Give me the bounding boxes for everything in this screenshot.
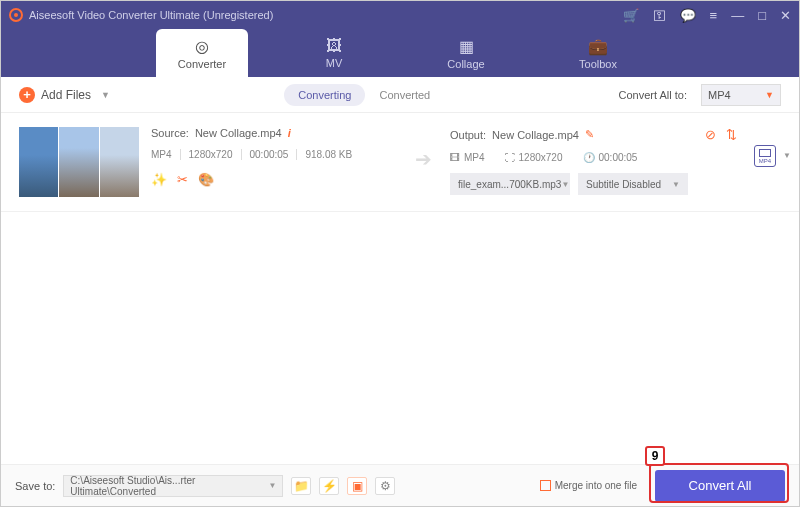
open-folder-icon[interactable]: 📁 bbox=[291, 477, 311, 495]
collage-icon: ▦ bbox=[459, 37, 474, 56]
edit-icon[interactable]: ✎ bbox=[585, 128, 594, 141]
chevron-down-icon: ▼ bbox=[561, 180, 569, 189]
toolbox-icon: 💼 bbox=[588, 37, 608, 56]
minimize-icon[interactable]: — bbox=[731, 8, 744, 23]
plus-icon: + bbox=[19, 87, 35, 103]
lightning-off-icon[interactable]: ⚡ bbox=[319, 477, 339, 495]
format-value: MP4 bbox=[708, 89, 731, 101]
film-icon: 🎞 bbox=[450, 152, 460, 163]
footer: Save to: C:\Aiseesoft Studio\Ais...rter … bbox=[1, 464, 799, 506]
output-label: Output: bbox=[450, 129, 486, 141]
titlebar: Aiseesoft Video Converter Ultimate (Unre… bbox=[1, 1, 799, 29]
chevron-down-icon: ▼ bbox=[101, 90, 110, 100]
app-logo bbox=[9, 8, 23, 22]
chevron-down-icon: ▼ bbox=[268, 481, 276, 490]
menu-icon[interactable]: ≡ bbox=[710, 8, 718, 23]
tab-label: Toolbox bbox=[579, 58, 617, 70]
merge-checkbox[interactable]: Merge into one file bbox=[540, 480, 637, 491]
source-size: 918.08 KB bbox=[305, 149, 360, 160]
convert-all-to-label: Convert All to: bbox=[619, 89, 687, 101]
file-item-row: Source: New Collage.mp4 i MP4 1280x720 0… bbox=[1, 113, 799, 212]
subtitle-select[interactable]: Subtitle Disabled▼ bbox=[578, 173, 688, 195]
source-meta: MP4 1280x720 00:00:05 918.08 KB bbox=[151, 149, 396, 160]
output-duration: 00:00:05 bbox=[599, 152, 638, 163]
convert-all-format-select[interactable]: MP4 ▼ bbox=[701, 84, 781, 106]
merge-label: Merge into one file bbox=[555, 480, 637, 491]
empty-area bbox=[1, 212, 799, 464]
output-filename: New Collage.mp4 bbox=[492, 129, 579, 141]
tab-label: Collage bbox=[447, 58, 484, 70]
tab-label: MV bbox=[326, 57, 343, 69]
output-block: Output: New Collage.mp4 ✎ ⊘ ⇅ 🎞MP4 ⛶1280… bbox=[450, 127, 737, 195]
add-files-button[interactable]: + Add Files ▼ bbox=[19, 87, 110, 103]
source-duration: 00:00:05 bbox=[250, 149, 298, 160]
key-icon[interactable]: ⚿ bbox=[653, 8, 666, 23]
converter-icon: ◎ bbox=[195, 37, 209, 56]
output-resolution: 1280x720 bbox=[519, 152, 563, 163]
source-block: Source: New Collage.mp4 i MP4 1280x720 0… bbox=[151, 127, 396, 187]
gpu-on-icon[interactable]: ▣ bbox=[347, 477, 367, 495]
cart-icon[interactable]: 🛒 bbox=[623, 8, 639, 23]
audio-value: file_exam...700KB.mp3 bbox=[458, 179, 561, 190]
chevron-down-icon: ▼ bbox=[783, 151, 791, 160]
subtab-converted[interactable]: Converted bbox=[365, 84, 444, 106]
clock-icon: 🕐 bbox=[583, 152, 595, 163]
settings-icon[interactable]: ⚙ bbox=[375, 477, 395, 495]
status-subtabs: Converting Converted bbox=[284, 84, 444, 106]
close-icon[interactable]: ✕ bbox=[780, 8, 791, 23]
source-filename: New Collage.mp4 bbox=[195, 127, 282, 139]
palette-icon[interactable]: 🎨 bbox=[198, 172, 214, 187]
mv-icon: 🖼 bbox=[326, 37, 342, 55]
save-path-value: C:\Aiseesoft Studio\Ais...rter Ultimate\… bbox=[70, 475, 268, 497]
expand-icon: ⛶ bbox=[505, 152, 515, 163]
feedback-icon[interactable]: 💬 bbox=[680, 8, 696, 23]
tab-converter[interactable]: ◎ Converter bbox=[156, 29, 248, 77]
wand-icon[interactable]: ✨ bbox=[151, 172, 167, 187]
adjust-icon[interactable]: ⇅ bbox=[726, 127, 737, 142]
save-path-select[interactable]: C:\Aiseesoft Studio\Ais...rter Ultimate\… bbox=[63, 475, 283, 497]
output-format-button[interactable]: MP4 ▼ bbox=[749, 127, 781, 167]
source-format: MP4 bbox=[151, 149, 181, 160]
tab-mv[interactable]: 🖼 MV bbox=[288, 29, 380, 77]
checkbox-icon bbox=[540, 480, 551, 491]
convert-all-button[interactable]: Convert All bbox=[655, 470, 785, 502]
add-files-label: Add Files bbox=[41, 88, 91, 102]
annotation-step-marker: 9 bbox=[645, 446, 665, 466]
toolbar: + Add Files ▼ Converting Converted Conve… bbox=[1, 77, 799, 113]
format-badge: MP4 bbox=[759, 158, 771, 164]
video-thumbnail[interactable] bbox=[19, 127, 139, 197]
window-title: Aiseesoft Video Converter Ultimate (Unre… bbox=[29, 9, 623, 21]
tab-label: Converter bbox=[178, 58, 226, 70]
warning-icon[interactable]: ⊘ bbox=[705, 127, 716, 142]
source-resolution: 1280x720 bbox=[189, 149, 242, 160]
subtitle-value: Subtitle Disabled bbox=[586, 179, 661, 190]
cut-icon[interactable]: ✂ bbox=[177, 172, 188, 187]
chevron-down-icon: ▼ bbox=[765, 90, 774, 100]
maximize-icon[interactable]: □ bbox=[758, 8, 766, 23]
tab-collage[interactable]: ▦ Collage bbox=[420, 29, 512, 77]
arrow-icon: ➔ bbox=[408, 127, 438, 171]
subtab-converting[interactable]: Converting bbox=[284, 84, 365, 106]
main-tabs: ◎ Converter 🖼 MV ▦ Collage 💼 Toolbox bbox=[1, 29, 799, 77]
source-label: Source: bbox=[151, 127, 189, 139]
info-icon[interactable]: i bbox=[288, 127, 291, 139]
chevron-down-icon: ▼ bbox=[672, 180, 680, 189]
save-to-label: Save to: bbox=[15, 480, 55, 492]
tab-toolbox[interactable]: 💼 Toolbox bbox=[552, 29, 644, 77]
audio-track-select[interactable]: file_exam...700KB.mp3▼ bbox=[450, 173, 570, 195]
output-format: MP4 bbox=[464, 152, 485, 163]
